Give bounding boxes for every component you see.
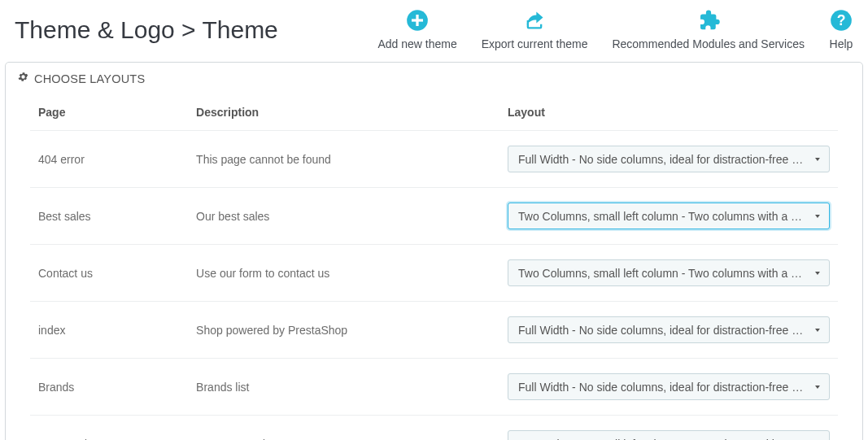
page-header: Theme & Logo > Theme Add new themeExport… — [0, 0, 868, 57]
page-name-cell: 404 error — [30, 131, 188, 188]
toolbar: Add new themeExport current themeRecomme… — [377, 8, 853, 50]
layout-select[interactable]: Full Width - No side columns, ideal for … — [508, 259, 830, 286]
description-cell: This page cannot be found — [188, 131, 499, 188]
panel-header: CHOOSE LAYOUTS — [6, 63, 862, 94]
help-icon: ? — [829, 8, 853, 33]
share-icon — [522, 8, 547, 33]
toolbar-label: Help — [830, 37, 853, 50]
layout-cell: Full Width - No side columns, ideal for … — [499, 359, 838, 416]
svg-text:?: ? — [837, 12, 846, 28]
page-name-cell: index — [30, 302, 188, 359]
gears-icon — [17, 71, 29, 86]
table-row: 404 errorThis page cannot be foundFull W… — [30, 131, 838, 188]
svg-rect-2 — [412, 19, 423, 21]
table-row: New productsOur new productsFull Width -… — [30, 416, 838, 441]
description-cell: Shop powered by PrestaShop — [188, 302, 499, 359]
page-name-cell: New products — [30, 416, 188, 441]
layout-cell: Full Width - No side columns, ideal for … — [499, 188, 838, 245]
panel-title: CHOOSE LAYOUTS — [34, 72, 145, 85]
toolbar-label: Add new theme — [377, 37, 456, 50]
layout-select[interactable]: Full Width - No side columns, ideal for … — [508, 430, 830, 440]
column-header-description: Description — [188, 94, 499, 131]
table-row: Contact usUse our form to contact usFull… — [30, 245, 838, 302]
add-new-theme-button[interactable]: Add new theme — [377, 8, 456, 50]
page-title: Theme & Logo > Theme — [15, 8, 278, 44]
page-name-cell: Contact us — [30, 245, 188, 302]
layouts-table: Page Description Layout 404 errorThis pa… — [30, 94, 838, 440]
plus-circle-icon — [405, 8, 430, 33]
description-cell: Brands list — [188, 359, 499, 416]
layout-select[interactable]: Full Width - No side columns, ideal for … — [508, 146, 830, 172]
layout-select[interactable]: Full Width - No side columns, ideal for … — [508, 373, 830, 400]
layout-cell: Full Width - No side columns, ideal for … — [499, 245, 838, 302]
description-cell: Our best sales — [188, 188, 499, 245]
column-header-layout: Layout — [499, 94, 838, 131]
description-cell: Use our form to contact us — [188, 245, 499, 302]
recommended-modules-button[interactable]: Recommended Modules and Services — [612, 8, 805, 50]
puzzle-icon — [696, 8, 721, 33]
choose-layouts-panel: CHOOSE LAYOUTS Page Description Layout 4… — [5, 62, 863, 440]
column-header-page: Page — [30, 94, 188, 131]
layout-select[interactable]: Full Width - No side columns, ideal for … — [508, 316, 830, 343]
layout-select[interactable]: Full Width - No side columns, ideal for … — [508, 203, 830, 229]
page-name-cell: Brands — [30, 359, 188, 416]
table-row: Best salesOur best salesFull Width - No … — [30, 188, 838, 245]
layout-cell: Full Width - No side columns, ideal for … — [499, 416, 838, 441]
table-row: BrandsBrands listFull Width - No side co… — [30, 359, 838, 416]
toolbar-label: Recommended Modules and Services — [612, 37, 805, 50]
description-cell: Our new products — [188, 416, 499, 441]
page-name-cell: Best sales — [30, 188, 188, 245]
layout-cell: Full Width - No side columns, ideal for … — [499, 302, 838, 359]
table-row: indexShop powered by PrestaShopFull Widt… — [30, 302, 838, 359]
export-current-theme-button[interactable]: Export current theme — [482, 8, 588, 50]
help-button[interactable]: ?Help — [829, 8, 853, 50]
layout-cell: Full Width - No side columns, ideal for … — [499, 131, 838, 188]
toolbar-label: Export current theme — [482, 37, 588, 50]
